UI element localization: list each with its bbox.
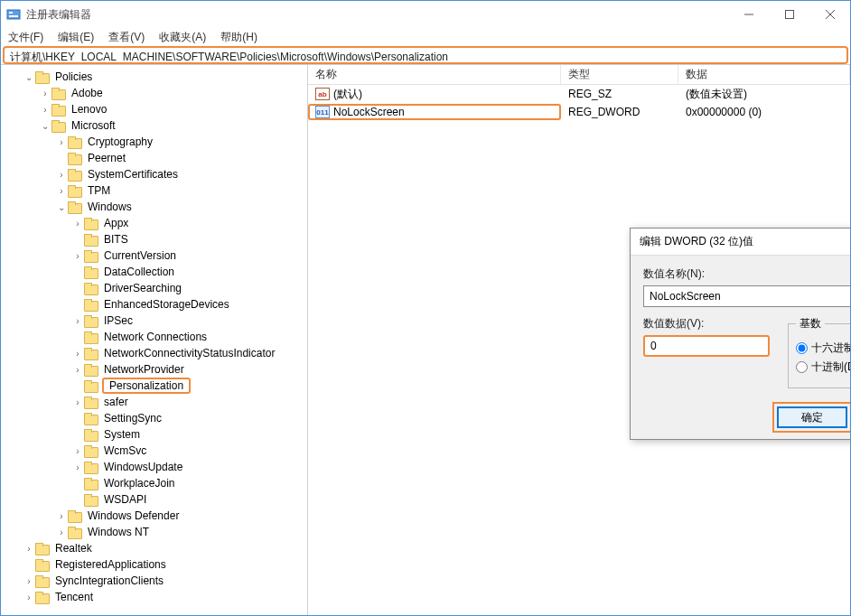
tree-item-adobe[interactable]: ›Adobe — [39, 85, 307, 101]
ok-button[interactable]: 确定 — [777, 406, 847, 428]
address-bar[interactable]: 计算机\HKEY_LOCAL_MACHINE\SOFTWARE\Policies… — [3, 46, 848, 64]
tree-item-personalization[interactable]: Personalization — [71, 378, 307, 394]
caret-icon[interactable]: › — [71, 251, 84, 261]
tree-item-label: CurrentVersion — [102, 249, 178, 262]
tree-item-system[interactable]: System — [71, 426, 307, 443]
tree-item-label: Lenovo — [70, 103, 108, 116]
caret-icon[interactable]: › — [39, 89, 51, 98]
col-header-type[interactable]: 类型 — [561, 65, 678, 84]
tree-item-bits[interactable]: BITS — [71, 231, 307, 247]
value-name-label: 数值名称(N): — [643, 266, 850, 282]
tree-item-settingsync[interactable]: SettingSync — [71, 410, 307, 426]
tree-item-label: Windows — [86, 201, 134, 213]
folder-icon — [68, 201, 82, 213]
string-value-icon: ab — [315, 88, 330, 100]
folder-icon — [84, 218, 98, 229]
tree-item-enhancedstoragedevices[interactable]: EnhancedStorageDevices — [71, 296, 307, 313]
tree-item-syncintegrationclients[interactable]: ›SyncIntegrationClients — [23, 573, 307, 589]
caret-icon[interactable]: › — [55, 186, 68, 196]
tree-item-label: NetworkConnectivityStatusIndicator — [102, 347, 276, 359]
tree-item-peernet[interactable]: Peernet — [55, 150, 307, 166]
tree-item-wsdapi[interactable]: WSDAPI — [71, 491, 307, 508]
caret-icon[interactable]: › — [55, 170, 68, 180]
caret-icon[interactable]: › — [23, 576, 35, 586]
caret-icon[interactable]: › — [55, 527, 68, 537]
tree-item-lenovo[interactable]: ›Lenovo — [39, 101, 307, 117]
col-header-data[interactable]: 数据 — [678, 65, 850, 84]
tree-item-registeredapplications[interactable]: RegisteredApplications — [23, 556, 307, 573]
caret-icon[interactable]: › — [23, 593, 35, 602]
tree-item-ipsec[interactable]: ›IPSec — [71, 313, 307, 329]
menu-edit[interactable]: 编辑(E) — [56, 29, 96, 46]
close-button[interactable] — [809, 1, 850, 28]
menu-file[interactable]: 文件(F) — [6, 29, 45, 46]
list-row[interactable]: 011NoLockScreenREG_DWORD0x00000000 (0) — [308, 103, 850, 121]
caret-icon[interactable]: › — [71, 462, 84, 472]
tree-item-realtek[interactable]: ›Realtek — [23, 540, 307, 556]
radix-legend: 基数 — [796, 316, 825, 331]
tree-item-cryptography[interactable]: ›Cryptography — [55, 134, 307, 150]
list-pane[interactable]: 名称 类型 数据 ab(默认)REG_SZ(数值未设置)011NoLockScr… — [308, 65, 850, 615]
menu-view[interactable]: 查看(V) — [107, 29, 146, 46]
tree-item-datacollection[interactable]: DataCollection — [71, 264, 307, 280]
svg-rect-0 — [7, 10, 20, 19]
value-name-input[interactable] — [643, 285, 850, 307]
menu-help[interactable]: 帮助(H) — [219, 29, 259, 46]
tree-item-windowsupdate[interactable]: ›WindowsUpdate — [71, 459, 307, 475]
tree-item-network-connections[interactable]: Network Connections — [71, 329, 307, 345]
tree-item-safer[interactable]: ›safer — [71, 394, 307, 410]
folder-icon — [35, 543, 50, 555]
caret-icon[interactable]: › — [71, 316, 84, 326]
folder-icon — [51, 88, 66, 99]
tree-item-windows[interactable]: ⌄Windows — [55, 199, 307, 215]
tree-item-policies[interactable]: ⌄Policies — [23, 69, 307, 85]
folder-icon — [84, 348, 98, 359]
caret-icon[interactable]: ⌄ — [55, 202, 68, 212]
tree-item-wcmsvc[interactable]: ›WcmSvc — [71, 443, 307, 459]
radix-hex-option[interactable]: 十六进制(H) — [796, 341, 850, 356]
tree-item-windows-nt[interactable]: ›Windows NT — [55, 524, 307, 540]
tree-pane[interactable]: ⌄Policies›Adobe›Lenovo⌄Microsoft›Cryptog… — [1, 65, 308, 615]
tree-item-systemcertificates[interactable]: ›SystemCertificates — [55, 166, 307, 182]
tree-item-label: IPSec — [102, 314, 135, 327]
tree-item-appx[interactable]: ›Appx — [71, 215, 307, 231]
folder-icon — [84, 397, 98, 408]
caret-icon[interactable]: › — [39, 105, 51, 115]
radix-hex-radio[interactable] — [796, 342, 808, 354]
tree-item-currentversion[interactable]: ›CurrentVersion — [71, 247, 307, 264]
dialog-close-button[interactable] — [785, 236, 850, 248]
caret-icon[interactable]: › — [71, 446, 84, 456]
radix-dec-radio[interactable] — [796, 361, 808, 373]
radix-dec-option[interactable]: 十进制(D) — [796, 359, 850, 375]
tree-item-networkconnectivitystatusindicator[interactable]: ›NetworkConnectivityStatusIndicator — [71, 345, 307, 361]
tree-item-tencent[interactable]: ›Tencent — [23, 589, 307, 605]
minimize-button[interactable] — [728, 1, 769, 28]
caret-icon[interactable]: ⌄ — [39, 121, 51, 131]
value-data-input[interactable] — [643, 335, 770, 357]
caret-icon[interactable]: › — [71, 365, 84, 375]
caret-icon[interactable]: › — [71, 397, 84, 407]
caret-icon[interactable]: › — [71, 219, 84, 229]
tree-item-label: DriverSearching — [102, 282, 183, 294]
tree-item-networkprovider[interactable]: ›NetworkProvider — [71, 361, 307, 378]
caret-icon[interactable]: › — [55, 137, 68, 147]
caret-icon[interactable]: › — [71, 349, 84, 359]
tree-item-tpm[interactable]: ›TPM — [55, 182, 307, 199]
list-row[interactable]: ab(默认)REG_SZ(数值未设置) — [308, 85, 850, 103]
tree-item-driversearching[interactable]: DriverSearching — [71, 280, 307, 296]
tree-item-microsoft[interactable]: ⌄Microsoft — [39, 117, 307, 134]
window-title: 注册表编辑器 — [26, 7, 728, 23]
col-header-name[interactable]: 名称 — [308, 65, 561, 84]
value-name: NoLockScreen — [333, 106, 405, 118]
tree-item-windows-defender[interactable]: ›Windows Defender — [55, 508, 307, 524]
caret-icon[interactable]: ⌄ — [23, 72, 35, 82]
tree-item-workplacejoin[interactable]: WorkplaceJoin — [71, 475, 307, 491]
menu-favorites[interactable]: 收藏夹(A) — [157, 29, 208, 46]
dialog-title: 编辑 DWORD (32 位)值 — [640, 234, 785, 249]
svg-rect-2 — [9, 15, 18, 17]
caret-icon[interactable]: › — [23, 544, 35, 554]
menu-bar: 文件(F) 编辑(E) 查看(V) 收藏夹(A) 帮助(H) — [1, 28, 850, 46]
tree-item-label: BITS — [102, 233, 130, 246]
caret-icon[interactable]: › — [55, 511, 68, 521]
maximize-button[interactable] — [769, 1, 809, 28]
